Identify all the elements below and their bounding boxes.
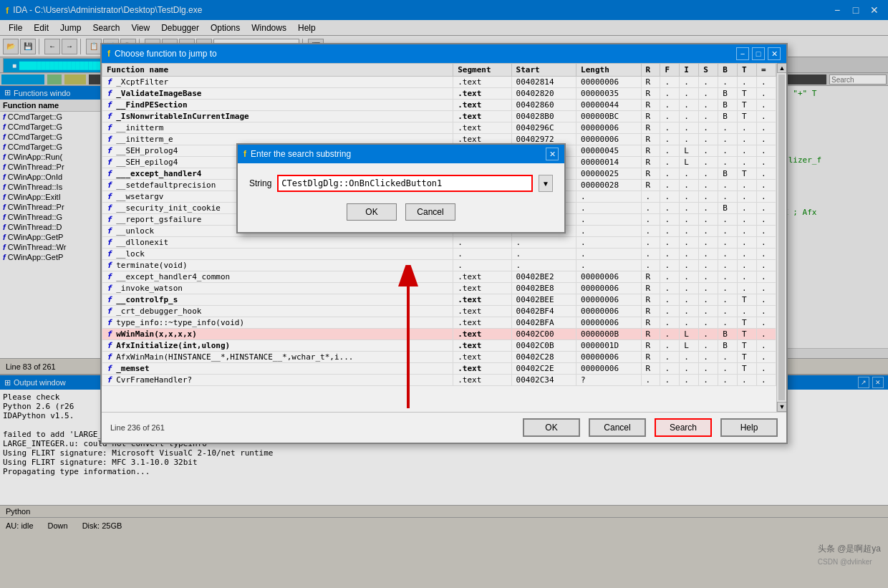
- func-f-cell: .: [660, 203, 680, 214]
- func-s-cell: .: [699, 317, 718, 329]
- func-seg-cell: .text: [453, 352, 511, 363]
- func-f-cell: .: [660, 237, 680, 249]
- table-row[interactable]: f AfxWinMain(HINSTANCE__*,HINSTANCE__*,w…: [102, 352, 776, 363]
- func-t-cell: .: [738, 77, 757, 88]
- table-row[interactable]: f CvrFrameHandler?.text00402C34?.......: [102, 375, 776, 386]
- dialog-cancel-btn[interactable]: Cancel: [589, 418, 646, 437]
- func-eq-cell: .: [756, 375, 776, 386]
- table-row[interactable]: f __lock..........: [102, 249, 776, 260]
- func-seg-cell: .: [453, 249, 511, 260]
- dialog-maximize-btn[interactable]: □: [752, 47, 765, 60]
- func-b-cell: .: [718, 180, 738, 191]
- func-r-cell: R: [641, 168, 660, 180]
- func-seg-cell: .text: [453, 375, 511, 386]
- func-name-cell: f terminate(void): [102, 260, 453, 271]
- func-len-cell: 00000006: [576, 122, 641, 134]
- func-start-cell: 00402C28: [511, 352, 576, 363]
- func-len-cell: 00000006: [576, 363, 641, 375]
- table-row[interactable]: f __controlfp_s.text00402BEE00000006R...…: [102, 294, 776, 306]
- dialog-table-container[interactable]: Function name Segment Start Length R F I…: [102, 63, 776, 412]
- search-row: String ▼: [249, 175, 553, 192]
- func-start-cell: .: [511, 249, 576, 260]
- search-ok-btn[interactable]: OK: [347, 203, 397, 221]
- func-r-cell: .: [641, 191, 660, 203]
- table-row[interactable]: f _ValidateImageBase.text004028200000003…: [102, 88, 776, 100]
- func-s-cell: .: [699, 226, 718, 237]
- dialog-search-btn[interactable]: Search: [655, 418, 712, 437]
- col-eq: =: [756, 64, 776, 77]
- func-r-cell: R: [641, 77, 660, 88]
- func-i-cell: .: [680, 306, 699, 317]
- func-len-cell: .: [576, 226, 641, 237]
- func-t-cell: .: [738, 237, 757, 249]
- func-t-cell: T: [738, 317, 757, 329]
- table-row[interactable]: f __dllonexit..........: [102, 237, 776, 249]
- table-row[interactable]: f _XcptFilter.text0040281400000006R.....…: [102, 77, 776, 88]
- search-dialog-content: String ▼ OK Cancel: [238, 163, 564, 232]
- table-row[interactable]: f type_info::~type_info(void).text00402B…: [102, 317, 776, 329]
- func-eq-cell: .: [756, 363, 776, 375]
- func-i-cell: .: [680, 111, 699, 122]
- func-b-cell: B: [718, 111, 738, 122]
- func-b-cell: .: [718, 226, 738, 237]
- func-s-cell: .: [699, 294, 718, 306]
- func-b-cell: .: [718, 294, 738, 306]
- func-b-cell: .: [718, 352, 738, 363]
- table-row[interactable]: f wWinMain(x,x,x,x).text00402C000000000B…: [102, 329, 776, 340]
- table-row[interactable]: f __FindPESection.text0040286000000044R.…: [102, 100, 776, 111]
- table-row[interactable]: f __except_handler4_common.text00402BE20…: [102, 271, 776, 283]
- col-f: F: [660, 64, 680, 77]
- func-r-cell: R: [641, 363, 660, 375]
- func-len-cell: 0000001D: [576, 340, 641, 352]
- func-s-cell: .: [699, 180, 718, 191]
- func-name-cell: f _invoke_watson: [102, 283, 453, 294]
- table-row[interactable]: f _IsNonwritableInCurrentImage.text00402…: [102, 111, 776, 122]
- dialog-help-btn[interactable]: Help: [720, 418, 778, 437]
- func-eq-cell: .: [756, 100, 776, 111]
- table-row[interactable]: f __initterm.text0040296C00000006R......: [102, 122, 776, 134]
- table-row[interactable]: f _crt_debugger_hook.text00402BF40000000…: [102, 306, 776, 317]
- scroll-down-btn[interactable]: ▼: [777, 402, 786, 412]
- search-dialog-icon: f: [243, 149, 246, 159]
- table-row[interactable]: f terminate(void)..........: [102, 260, 776, 271]
- scroll-up-btn[interactable]: ▲: [777, 63, 786, 73]
- func-eq-cell: .: [756, 294, 776, 306]
- table-row[interactable]: f _memset.text00402C2E00000006R....T.: [102, 363, 776, 375]
- dialog-icon: f: [107, 49, 110, 59]
- func-f-cell: .: [660, 363, 680, 375]
- search-dialog-close-btn[interactable]: ✕: [546, 148, 559, 160]
- func-seg-cell: .text: [453, 271, 511, 283]
- func-t-cell: T: [738, 340, 757, 352]
- func-s-cell: .: [699, 111, 718, 122]
- func-r-cell: R: [641, 88, 660, 100]
- dialog-ok-btn[interactable]: OK: [523, 418, 580, 437]
- dialog-line-info: Line 236 of 261: [110, 423, 165, 432]
- dialog-minimize-btn[interactable]: −: [736, 47, 749, 60]
- table-row[interactable]: f _invoke_watson.text00402BE800000006R..…: [102, 283, 776, 294]
- func-eq-cell: .: [756, 145, 776, 157]
- func-t-cell: .: [738, 122, 757, 134]
- search-string-input[interactable]: [277, 175, 533, 192]
- func-b-cell: .: [718, 306, 738, 317]
- func-t-cell: T: [738, 329, 757, 340]
- dialog-title-controls[interactable]: − □ ✕: [736, 47, 781, 60]
- search-cancel-btn[interactable]: Cancel: [405, 203, 455, 221]
- func-r-cell: R: [641, 100, 660, 111]
- func-r-cell: R: [641, 294, 660, 306]
- func-f-cell: .: [660, 294, 680, 306]
- search-dialog: f Enter the search substring ✕ String ▼ …: [236, 143, 566, 233]
- func-eq-cell: .: [756, 237, 776, 249]
- func-eq-cell: .: [756, 306, 776, 317]
- scroll-thumb[interactable]: [778, 74, 785, 400]
- dialog-footer: Line 236 of 261 OK Cancel Search Help: [102, 412, 786, 443]
- table-scrollbar[interactable]: ▲ ▼: [776, 63, 786, 412]
- dialog-close-btn[interactable]: ✕: [768, 47, 781, 60]
- func-start-cell: 00402BEE: [511, 294, 576, 306]
- func-r-cell: R: [641, 134, 660, 145]
- func-name-cell: f _IsNonwritableInCurrentImage: [102, 111, 453, 122]
- search-dropdown-btn[interactable]: ▼: [539, 175, 553, 192]
- table-row[interactable]: f AfxInitialize(int,ulong).text00402C0B0…: [102, 340, 776, 352]
- func-i-cell: .: [680, 375, 699, 386]
- func-seg-cell: .text: [453, 77, 511, 88]
- func-r-cell: .: [641, 226, 660, 237]
